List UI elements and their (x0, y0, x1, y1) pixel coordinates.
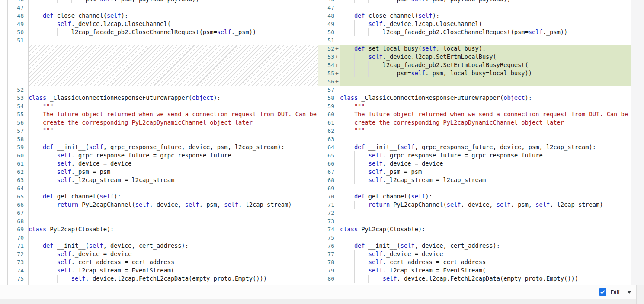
code-line: 64 (8, 184, 318, 192)
code-line: 64 def __init__(self, grpc_response_futu… (318, 143, 631, 151)
code-text: self._device = device (29, 250, 318, 258)
line-number: 54 (318, 62, 335, 68)
gutter: 59 (318, 102, 340, 110)
code-line: 69 (318, 184, 631, 192)
gutter: 52 (8, 86, 29, 94)
diff-marker: + (335, 62, 340, 68)
gutter: 54+ (318, 61, 340, 69)
indent-guide (43, 266, 43, 275)
gutter: 78 (318, 258, 340, 266)
code-line: 61 create the corresponding PyL2capDynam… (318, 118, 631, 127)
gutter: 75 (318, 234, 340, 242)
line-number: 64 (318, 144, 335, 150)
line-number: 61 (318, 119, 335, 126)
chevron-down-icon[interactable] (627, 291, 631, 294)
gutter: 49 (8, 20, 29, 28)
line-number: 67 (318, 169, 335, 175)
code-line: 53+ self._device.l2cap.SetErtmLocalBusy( (318, 53, 631, 61)
code-line: 54+ l2cap_facade_pb2.SetErtmLocalBusyReq… (318, 61, 631, 69)
diff-checkbox[interactable] (599, 288, 606, 296)
indent-guide (383, 0, 383, 3)
indent-guide (368, 61, 369, 69)
line-number: 48 (8, 13, 28, 19)
code-line: 56 create the corresponding PyL2capDynam… (8, 118, 318, 127)
line-number: 68 (318, 177, 335, 183)
code-line: 68 self._l2cap_stream = l2cap_stream (318, 176, 631, 184)
code-text: def close_channel(self): (340, 12, 631, 20)
gutter: 70 (318, 192, 340, 201)
code-text (340, 36, 631, 45)
code-line: 75 self._device.l2cap.FetchL2capData(emp… (8, 275, 318, 283)
indent-guide (354, 275, 355, 283)
code-text: create the corresponding PyL2capDynamicC… (340, 118, 631, 127)
line-number: 60 (8, 152, 28, 159)
base-code-lines: 46 psm=self._psm, payload=payload))4748 … (8, 0, 318, 285)
gutter: 68 (318, 176, 340, 184)
line-number: 80 (318, 275, 335, 282)
indent-guide (354, 258, 355, 266)
code-text: def set_local_busy(self, local_busy): (340, 45, 631, 53)
code-line: 49 self._device.l2cap.CloseChannel( (318, 20, 631, 28)
code-line: 59 def __init__(self, grpc_response_futu… (8, 143, 318, 151)
gutter: 48 (8, 12, 29, 20)
code-text: return PyL2capChannel(self._device, self… (29, 201, 318, 209)
code-text (29, 135, 318, 143)
gutter: 67 (318, 168, 340, 176)
gutter: 72 (318, 209, 340, 217)
code-text: def __init__(self, grpc_response_future,… (340, 143, 631, 151)
gutter: 51 (8, 36, 29, 45)
indent-guide (383, 69, 383, 77)
code-text: self._cert_address = cert_address (29, 258, 318, 266)
line-number: 77 (318, 251, 335, 257)
gutter: 63 (8, 176, 29, 184)
code-line: 73 (318, 217, 631, 225)
code-line: 73 self._cert_address = cert_address (8, 258, 318, 266)
gutter (8, 45, 29, 86)
gutter: 77 (318, 250, 340, 258)
code-text (340, 209, 631, 217)
code-line: 46 psm=self._psm, payload=payload)) (8, 0, 318, 3)
gutter: 59 (8, 143, 29, 151)
code-text: l2cap_facade_pb2.CloseChannelRequest(psm… (340, 28, 631, 36)
gutter: 71 (8, 242, 29, 250)
line-number: 48 (318, 13, 335, 19)
gutter: 66 (8, 201, 29, 209)
code-line: 71 def __init__(self, device, cert_addre… (8, 242, 318, 250)
line-number: 69 (8, 226, 28, 233)
code-text: psm=self._psm, payload=payload)) (340, 0, 631, 3)
scrollbar-corner (636, 285, 644, 304)
line-number: 75 (8, 275, 28, 282)
gutter: 48 (318, 12, 340, 20)
gutter: 65 (8, 192, 29, 201)
gutter: 79 (318, 266, 340, 275)
gutter: 55 (8, 110, 29, 118)
gutter: 76 (318, 242, 340, 250)
code-text: class _ClassicConnectionResponseFutureWr… (29, 94, 318, 102)
code-text: def __init__(self, device, cert_address)… (340, 242, 631, 250)
code-line: 68 (8, 217, 318, 225)
line-number: 65 (8, 193, 28, 200)
line-number: 59 (8, 144, 28, 150)
gutter: 47 (318, 3, 340, 12)
line-number: 46 (8, 0, 28, 3)
diff-pane-base: 46 psm=self._psm, payload=payload))4748 … (8, 0, 318, 285)
code-text: self._l2cap_stream = EventStream( (340, 266, 631, 275)
gutter: 46 (8, 0, 29, 3)
code-line: 50 l2cap_facade_pb2.CloseChannelRequest(… (8, 28, 318, 36)
line-number: 73 (318, 218, 335, 224)
line-number: 62 (318, 128, 335, 134)
code-text: class PyL2cap(Closable): (29, 225, 318, 234)
code-line: 70 def get_channel(self): (318, 192, 631, 201)
gutter: 56+ (318, 77, 340, 86)
indent-guide (43, 201, 43, 209)
indent-guide (354, 151, 355, 160)
line-number: 66 (8, 202, 28, 208)
indent-guide (354, 20, 355, 28)
diff-label: Diff (611, 289, 620, 296)
code-text: """ (340, 127, 631, 135)
code-text (340, 184, 631, 192)
indent-guide (354, 168, 355, 176)
line-number: 52 (318, 45, 335, 52)
code-line: 65 self._grpc_response_future = grpc_res… (318, 151, 631, 160)
line-number: 65 (318, 152, 335, 159)
